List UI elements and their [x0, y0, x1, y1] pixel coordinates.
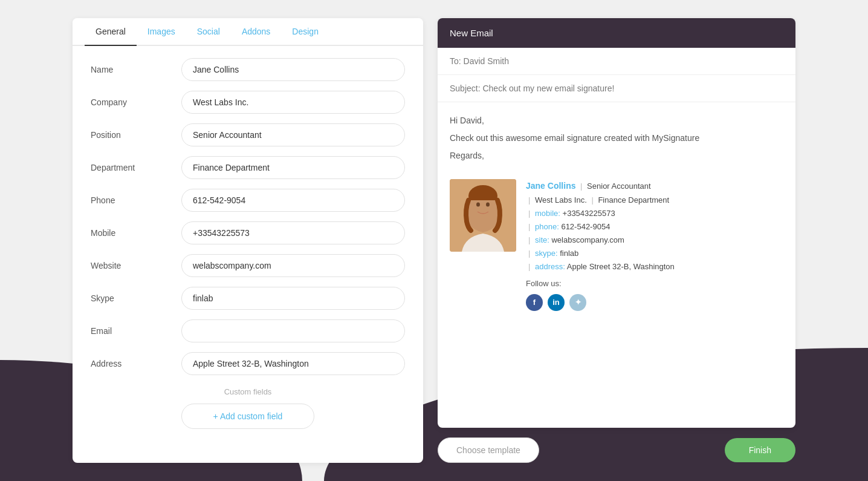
- email-input[interactable]: [181, 319, 405, 342]
- department-row: Department: [91, 156, 405, 179]
- address-label: Address: [91, 359, 181, 368]
- sig-skype-label: skype:: [535, 249, 558, 258]
- phone-label: Phone: [91, 195, 181, 205]
- linkedin-icon[interactable]: in: [548, 294, 565, 311]
- tab-addons[interactable]: Addons: [231, 18, 281, 46]
- svg-point-3: [476, 203, 480, 207]
- right-panel: New Email To: David Smith Subject: Check…: [438, 18, 795, 463]
- position-input[interactable]: [181, 123, 405, 146]
- address-row: Address: [91, 352, 405, 375]
- sig-department: Finance Department: [598, 195, 669, 205]
- mobile-label: Mobile: [91, 228, 181, 238]
- company-row: Company: [91, 91, 405, 114]
- sig-skype: finlab: [560, 249, 578, 258]
- email-body: Hi David, Check out this awesome email s…: [438, 102, 795, 173]
- email-actions: Choose template Finish: [438, 437, 795, 463]
- form-area: Name Company Position Department Phone M…: [73, 46, 423, 441]
- mobile-row: Mobile: [91, 221, 405, 244]
- left-panel: General Images Social Addons Design Name…: [73, 18, 423, 463]
- sig-mobile-label: mobile:: [535, 209, 560, 218]
- tab-general[interactable]: General: [85, 18, 137, 46]
- signature-avatar: [450, 179, 516, 252]
- email-label: Email: [91, 326, 181, 336]
- company-label: Company: [91, 97, 181, 107]
- sig-site: welabscompany.com: [551, 235, 624, 244]
- sig-name: Jane Collins: [526, 181, 575, 191]
- email-header: New Email: [438, 18, 795, 48]
- skype-row: Skype: [91, 287, 405, 310]
- company-input[interactable]: [181, 91, 405, 114]
- department-label: Department: [91, 163, 181, 172]
- website-input[interactable]: [181, 254, 405, 277]
- sig-position: Senior Accountant: [587, 182, 651, 191]
- skype-label: Skype: [91, 293, 181, 303]
- social-icons: f in ✦: [526, 294, 675, 311]
- website-label: Website: [91, 261, 181, 270]
- svg-point-4: [486, 203, 490, 207]
- tab-design[interactable]: Design: [281, 18, 329, 46]
- sig-phone-label: phone:: [535, 222, 559, 231]
- mobile-input[interactable]: [181, 221, 405, 244]
- facebook-icon[interactable]: f: [526, 294, 543, 311]
- skype-input[interactable]: [181, 287, 405, 310]
- name-label: Name: [91, 65, 181, 74]
- other-social-icon[interactable]: ✦: [569, 294, 586, 311]
- sig-company: West Labs Inc.: [535, 195, 587, 205]
- choose-template-button[interactable]: Choose template: [438, 437, 539, 463]
- email-body-hi: Hi David,: [450, 114, 783, 127]
- email-row: Email: [91, 319, 405, 342]
- position-label: Position: [91, 130, 181, 140]
- name-input[interactable]: [181, 58, 405, 81]
- signature-info: Jane Collins | Senior Accountant | West …: [526, 179, 675, 311]
- finish-button[interactable]: Finish: [725, 438, 795, 462]
- tab-social[interactable]: Social: [186, 18, 231, 46]
- sig-site-label: site:: [535, 235, 549, 244]
- email-body-regards: Regards,: [450, 149, 783, 162]
- tab-images[interactable]: Images: [137, 18, 186, 46]
- position-row: Position: [91, 123, 405, 146]
- email-preview: New Email To: David Smith Subject: Check…: [438, 18, 795, 428]
- email-to: To: David Smith: [438, 48, 795, 75]
- email-subject: Subject: Check out my new email signatur…: [438, 75, 795, 102]
- add-custom-field-button[interactable]: + Add custom field: [181, 404, 314, 429]
- address-input[interactable]: [181, 352, 405, 375]
- phone-row: Phone: [91, 189, 405, 212]
- signature-block: Jane Collins | Senior Accountant | West …: [438, 173, 795, 323]
- phone-input[interactable]: [181, 189, 405, 212]
- email-body-main: Check out this awesome email signature c…: [450, 132, 783, 145]
- follow-us-label: Follow us:: [526, 277, 675, 290]
- sig-mobile: +33543225573: [563, 209, 615, 218]
- name-row: Name: [91, 58, 405, 81]
- tabs: General Images Social Addons Design: [73, 18, 423, 46]
- sig-address-label: address:: [535, 262, 565, 271]
- sig-phone: 612-542-9054: [561, 222, 610, 231]
- department-input[interactable]: [181, 156, 405, 179]
- sig-address: Apple Street 32-B, Washington: [567, 262, 675, 271]
- custom-fields-label: Custom fields: [91, 387, 405, 396]
- website-row: Website: [91, 254, 405, 277]
